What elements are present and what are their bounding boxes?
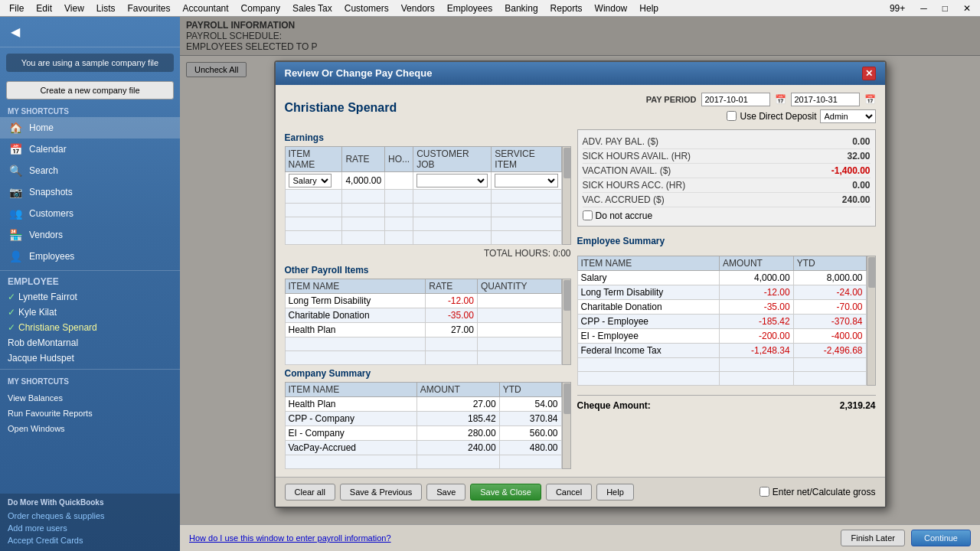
close-btn[interactable]: ✕ [957, 2, 977, 15]
company-amount-2[interactable]: 280.00 [416, 425, 499, 440]
company-amount-3[interactable]: 240.00 [416, 440, 499, 455]
emp-sum-ytd-3[interactable]: -370.84 [793, 314, 866, 328]
company-item-0[interactable]: Health Plan [285, 396, 416, 411]
company-item-3[interactable]: VacPay-Accrued [285, 440, 416, 455]
menu-lists[interactable]: Lists [90, 2, 122, 15]
cancel-button[interactable]: Cancel [546, 484, 592, 500]
employee-kyle[interactable]: ✓ Kyle Kilat [8, 305, 172, 320]
shortcut-open-windows[interactable]: Open Windows [0, 421, 180, 436]
menu-file[interactable]: File [3, 2, 30, 15]
other-item-1[interactable]: Charitable Donation [285, 308, 426, 322]
sidebar-item-customers[interactable]: 👥 Customers [0, 203, 180, 224]
menu-window[interactable]: Window [589, 2, 634, 15]
help-link[interactable]: How do I use this window to enter payrol… [189, 533, 391, 543]
shortcut-view-balances[interactable]: View Balances [0, 390, 180, 406]
employee-christiane[interactable]: ✓ Christiane Spenard [8, 320, 172, 335]
employee-rob[interactable]: Rob deMontarnal [8, 335, 172, 350]
sidebar-item-employees[interactable]: 👤 Employees [0, 246, 180, 267]
earnings-customer-job[interactable] [413, 171, 492, 189]
emp-sum-ytd-4[interactable]: -400.00 [793, 328, 866, 343]
menu-employees[interactable]: Employees [441, 2, 498, 15]
continue-button[interactable]: Continue [911, 530, 971, 546]
menu-company[interactable]: Company [235, 2, 286, 15]
emp-sum-item-3[interactable]: CPP - Employee [577, 314, 719, 328]
clear-all-button[interactable]: Clear all [285, 484, 335, 500]
emp-sum-amount-3[interactable]: -185.42 [719, 314, 793, 328]
admin-dropdown[interactable]: AdminEmployee [820, 109, 876, 123]
company-ytd-2[interactable]: 560.00 [499, 425, 561, 440]
modal-close-button[interactable]: ✕ [862, 67, 876, 80]
menu-help[interactable]: Help [633, 2, 665, 15]
company-item-1[interactable]: CPP - Company [285, 411, 416, 425]
create-company-button[interactable]: Create a new company file [6, 81, 174, 99]
use-direct-deposit-checkbox[interactable] [727, 111, 737, 121]
pay-period-from-input[interactable] [701, 93, 770, 106]
earnings-item-select[interactable]: Salary [289, 174, 332, 187]
menu-favourites[interactable]: Favourites [122, 2, 177, 15]
sidebar-item-home[interactable]: 🏠 Home [0, 117, 180, 139]
menu-reports[interactable]: Reports [544, 2, 589, 15]
menu-customers[interactable]: Customers [338, 2, 395, 15]
save-button[interactable]: Save [426, 484, 466, 500]
company-ytd-1[interactable]: 370.84 [499, 411, 561, 425]
emp-sum-ytd-0[interactable]: 8,000.00 [793, 270, 866, 285]
shortcut-run-reports[interactable]: Run Favourite Reports [0, 406, 180, 421]
company-item-2[interactable]: EI - Company [285, 425, 416, 440]
menu-view[interactable]: View [58, 2, 90, 15]
sidebar-collapse-btn[interactable]: ◀ [6, 23, 24, 41]
menu-salestax[interactable]: Sales Tax [286, 2, 338, 15]
employee-lynette[interactable]: ✓ Lynette Fairrot [8, 289, 172, 305]
customer-job-select[interactable] [416, 174, 488, 187]
calendar-to-icon[interactable]: 📅 [864, 94, 876, 105]
other-rate-2[interactable]: 27.00 [426, 322, 478, 337]
other-qty-1[interactable] [477, 308, 561, 322]
emp-sum-ytd-2[interactable]: -70.00 [793, 299, 866, 314]
company-amount-1[interactable]: 185.42 [416, 411, 499, 425]
emp-sum-item-1[interactable]: Long Term Disability [577, 285, 719, 299]
service-item-select[interactable] [495, 174, 557, 187]
company-ytd-0[interactable]: 54.00 [499, 396, 561, 411]
other-item-2[interactable]: Health Plan [285, 322, 426, 337]
company-ytd-3[interactable]: 480.00 [499, 440, 561, 455]
emp-sum-ytd-1[interactable]: -24.00 [793, 285, 866, 299]
employee-summary-scrollbar[interactable] [867, 256, 876, 386]
other-rate-0[interactable]: -12.00 [426, 293, 478, 308]
do-more-add-users[interactable]: Add more users [8, 522, 172, 534]
emp-sum-amount-1[interactable]: -12.00 [719, 285, 793, 299]
emp-sum-amount-5[interactable]: -1,248.34 [719, 343, 793, 357]
do-more-accept-cards[interactable]: Accept Credit Cards [8, 534, 172, 546]
earnings-scrollbar[interactable] [562, 146, 571, 245]
earnings-item-name[interactable]: Salary [285, 171, 342, 189]
emp-sum-amount-2[interactable]: -35.00 [719, 299, 793, 314]
menu-vendors[interactable]: Vendors [395, 2, 441, 15]
finish-later-button[interactable]: Finish Later [841, 530, 904, 546]
other-payroll-scrollbar[interactable] [562, 279, 571, 365]
menu-banking[interactable]: Banking [498, 2, 544, 15]
menu-accountant[interactable]: Accountant [177, 2, 235, 15]
earnings-hours[interactable] [385, 171, 413, 189]
emp-sum-item-2[interactable]: Charitable Donation [577, 299, 719, 314]
menu-edit[interactable]: Edit [30, 2, 58, 15]
restore-btn[interactable]: □ [936, 2, 954, 15]
save-close-button[interactable]: Save & Close [470, 484, 541, 500]
other-qty-0[interactable] [477, 293, 561, 308]
earnings-service-item[interactable] [492, 171, 561, 189]
other-item-0[interactable]: Long Term Disability [285, 293, 426, 308]
emp-sum-item-5[interactable]: Federal Income Tax [577, 343, 719, 357]
sidebar-item-snapshots[interactable]: 📷 Snapshots [0, 181, 180, 203]
emp-sum-amount-0[interactable]: 4,000.00 [719, 270, 793, 285]
emp-sum-ytd-5[interactable]: -2,496.68 [793, 343, 866, 357]
sidebar-item-search[interactable]: 🔍 Search [0, 160, 180, 181]
do-not-accrue-checkbox[interactable] [583, 210, 593, 220]
calendar-from-icon[interactable]: 📅 [775, 94, 786, 105]
pay-period-to-input[interactable] [791, 93, 860, 106]
company-summary-scrollbar[interactable] [562, 382, 571, 469]
emp-sum-item-0[interactable]: Salary [577, 270, 719, 285]
do-more-order-cheques[interactable]: Order cheques & supplies [8, 510, 172, 522]
other-qty-2[interactable] [477, 322, 561, 337]
emp-sum-item-4[interactable]: EI - Employee [577, 328, 719, 343]
help-button[interactable]: Help [596, 484, 634, 500]
sidebar-item-vendors[interactable]: 🏪 Vendors [0, 224, 180, 246]
other-rate-1[interactable]: -35.00 [426, 308, 478, 322]
employee-jacque[interactable]: Jacque Hudspet [8, 350, 172, 366]
